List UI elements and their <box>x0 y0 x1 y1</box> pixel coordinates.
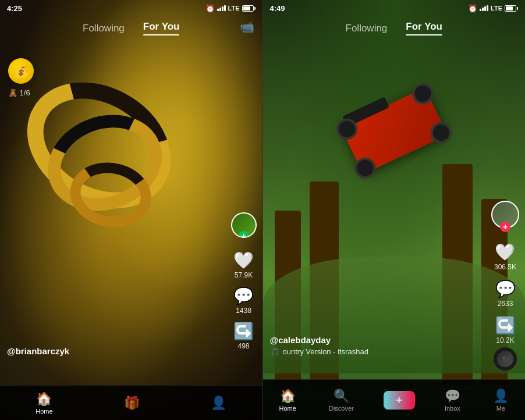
me-icon-right: 👤 <box>493 389 509 404</box>
nav-home-label-right: Home <box>279 405 296 412</box>
nav-profile-left[interactable]: 👤 <box>211 396 226 411</box>
creator-avatar-container <box>231 212 257 238</box>
actions-right: 🤍 306.5K 💬 2633 ↪️ 10.2K <box>491 201 519 344</box>
alarm-icon: ⏰ <box>205 4 215 13</box>
plus-icon: + <box>395 393 403 408</box>
like-count-left: 57.9K <box>235 271 253 279</box>
username-right[interactable]: @calebdayday <box>270 335 368 345</box>
time-right: 4:49 <box>270 4 285 13</box>
info-right: @calebdayday 🎵 ountry Version - itsrasha… <box>270 335 368 356</box>
share-button-right[interactable]: ↪️ 10.2K <box>495 316 516 344</box>
status-bar-right: 4:49 ⏰ LTE <box>263 0 526 16</box>
creator-avatar-container-right <box>491 201 519 229</box>
atv-wheel-br <box>427 119 455 147</box>
swamp-water <box>263 257 526 373</box>
nav-home-right[interactable]: 🏠 Home <box>279 389 296 412</box>
music-title-right: ountry Version - itsrashad <box>283 347 368 356</box>
username-left[interactable]: @brianbarczyk <box>7 346 69 356</box>
comment-count-left: 1438 <box>236 307 251 315</box>
nav-me-right[interactable]: 👤 Me <box>493 389 509 412</box>
tab-following-left[interactable]: Following <box>83 23 125 34</box>
like-button-right[interactable]: 🤍 306.5K <box>494 243 516 271</box>
music-note-icon: 🎵 <box>270 347 279 356</box>
comment-icon-right: 💬 <box>495 279 516 298</box>
heart-icon-right: 🤍 <box>495 243 515 262</box>
bottom-nav-left: 🏠 Home 🎁 👤 <box>0 385 262 420</box>
video-background-left <box>0 0 262 420</box>
right-phone: 4:49 ⏰ LTE Following For You <box>263 0 526 420</box>
atv-wheel-tl <box>333 115 361 143</box>
like-button-left[interactable]: 🤍 57.9K <box>233 251 254 279</box>
coin-emoji: 💰 <box>13 63 29 79</box>
nav-create-right[interactable]: + <box>386 391 412 410</box>
info-left: @brianbarczyk <box>7 346 69 356</box>
atv-shape <box>340 87 447 174</box>
discover-icon-right: 🔍 <box>334 389 349 404</box>
network-label: LTE <box>228 5 240 12</box>
actions-left: 🤍 57.9K 💬 1438 ↪️ 498 <box>231 212 257 350</box>
tab-for-you-left[interactable]: For You <box>143 21 180 35</box>
tab-for-you-right[interactable]: For You <box>406 21 442 35</box>
camera-icon-left[interactable]: 📹 <box>240 20 254 34</box>
atv-wheel-tr <box>409 80 437 108</box>
share-icon-left: ↪️ <box>233 322 254 341</box>
creator-avatar-right[interactable] <box>491 201 519 229</box>
signal-icon <box>217 5 226 11</box>
music-disc-right: ⚫ <box>494 347 517 371</box>
profile-icon-left: 👤 <box>211 396 226 411</box>
home-icon-left: 🏠 <box>36 391 52 407</box>
nav-tabs-right: Following For You <box>263 16 526 40</box>
network-label-right: LTE <box>491 5 502 12</box>
counter-text: 🧸 1/6 <box>8 88 30 97</box>
comment-button-right[interactable]: 💬 2633 <box>495 279 516 308</box>
share-button-left[interactable]: ↪️ 498 <box>233 322 254 350</box>
heart-icon-left: 🤍 <box>233 251 254 270</box>
nav-gifts-left[interactable]: 🎁 <box>124 396 140 411</box>
nav-tabs-left: Following For You <box>0 16 262 40</box>
status-icons-right: ⏰ LTE <box>468 4 518 13</box>
counter-badge: 🧸 1/6 <box>8 88 30 97</box>
battery-icon-right <box>505 5 518 12</box>
nav-home-left[interactable]: 🏠 Home <box>36 391 52 415</box>
share-icon-right: ↪️ <box>495 316 516 335</box>
atv-wheel-bl <box>351 154 379 182</box>
bottom-nav-right: 🏠 Home 🔍 Discover + 💬 Inbox 👤 Me <box>263 379 526 420</box>
create-button[interactable]: + <box>386 391 412 410</box>
like-count-right: 306.5K <box>494 263 516 271</box>
alarm-icon-right: ⏰ <box>468 4 477 13</box>
tab-following-right[interactable]: Following <box>346 23 388 34</box>
comment-button-left[interactable]: 💬 1438 <box>233 286 254 315</box>
comment-count-right: 2633 <box>498 300 513 308</box>
music-disc-inner: ⚫ <box>502 356 509 362</box>
time-left: 4:25 <box>7 4 22 13</box>
left-phone: 4:25 ⏰ LTE Following For You 📹 <box>0 0 262 420</box>
comment-icon-left: 💬 <box>233 286 254 305</box>
coin-badge[interactable]: 💰 <box>8 58 34 84</box>
nav-me-label-right: Me <box>496 405 505 412</box>
share-count-left: 498 <box>237 342 249 350</box>
share-count-right: 10.2K <box>496 336 514 344</box>
nav-home-label-left: Home <box>36 408 52 415</box>
nav-inbox-label-right: Inbox <box>445 405 460 412</box>
music-info-right: 🎵 ountry Version - itsrashad <box>270 347 368 356</box>
video-background-right <box>263 0 526 420</box>
battery-icon <box>242 5 256 12</box>
nav-discover-right[interactable]: 🔍 Discover <box>329 389 354 412</box>
status-bar-left: 4:25 ⏰ LTE <box>0 0 262 16</box>
signal-icon-right <box>480 5 488 11</box>
home-icon-right: 🏠 <box>280 389 296 404</box>
creator-avatar-left[interactable] <box>231 212 257 238</box>
inbox-icon-right: 💬 <box>445 389 460 404</box>
nav-inbox-right[interactable]: 💬 Inbox <box>445 389 460 412</box>
status-icons-left: ⏰ LTE <box>205 4 256 13</box>
nav-discover-label-right: Discover <box>329 405 354 412</box>
gifts-icon-left: 🎁 <box>124 396 140 411</box>
